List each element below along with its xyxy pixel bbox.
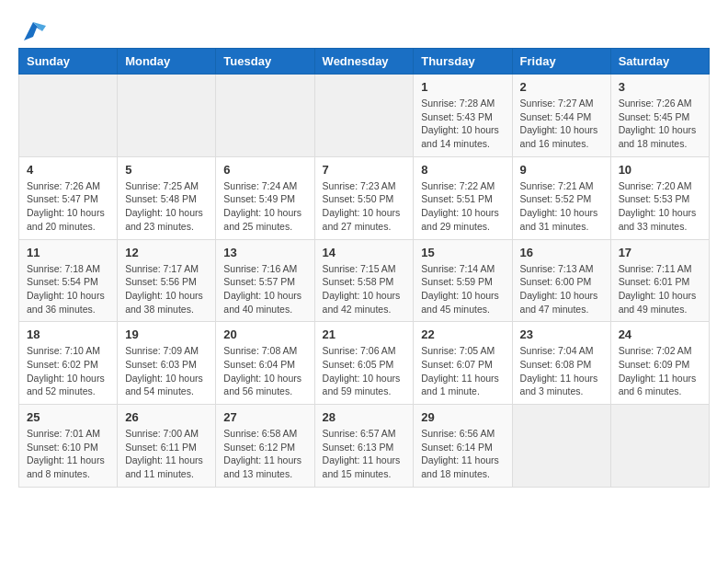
calendar-cell: 28Sunrise: 6:57 AM Sunset: 6:13 PM Dayli… bbox=[314, 405, 414, 488]
calendar-week-row: 4Sunrise: 7:26 AM Sunset: 5:47 PM Daylig… bbox=[19, 156, 710, 239]
calendar-week-row: 25Sunrise: 7:01 AM Sunset: 6:10 PM Dayli… bbox=[19, 405, 710, 488]
day-number: 15 bbox=[421, 246, 504, 259]
calendar-cell: 7Sunrise: 7:23 AM Sunset: 5:50 PM Daylig… bbox=[314, 156, 414, 239]
day-number: 6 bbox=[223, 163, 306, 177]
day-number: 10 bbox=[619, 163, 701, 177]
calendar-cell: 2Sunrise: 7:27 AM Sunset: 5:44 PM Daylig… bbox=[512, 75, 610, 157]
day-info: Sunrise: 7:15 AM Sunset: 5:58 PM Dayligh… bbox=[323, 262, 406, 316]
calendar-cell: 12Sunrise: 7:17 AM Sunset: 5:56 PM Dayli… bbox=[118, 239, 216, 322]
day-info: Sunrise: 7:17 AM Sunset: 5:56 PM Dayligh… bbox=[125, 262, 208, 316]
calendar-cell: 16Sunrise: 7:13 AM Sunset: 6:00 PM Dayli… bbox=[512, 239, 610, 322]
day-number: 22 bbox=[421, 327, 504, 341]
day-number: 5 bbox=[125, 163, 208, 177]
calendar-cell bbox=[19, 75, 118, 157]
weekday-header-saturday: Saturday bbox=[610, 49, 709, 75]
day-number: 4 bbox=[27, 163, 109, 177]
day-info: Sunrise: 6:57 AM Sunset: 6:13 PM Dayligh… bbox=[323, 427, 406, 481]
day-info: Sunrise: 7:06 AM Sunset: 6:05 PM Dayligh… bbox=[323, 344, 406, 398]
day-number: 7 bbox=[323, 163, 406, 177]
weekday-header-friday: Friday bbox=[512, 49, 610, 75]
day-info: Sunrise: 7:18 AM Sunset: 5:54 PM Dayligh… bbox=[27, 262, 109, 316]
day-number: 14 bbox=[323, 246, 406, 259]
calendar-cell: 26Sunrise: 7:00 AM Sunset: 6:11 PM Dayli… bbox=[118, 405, 216, 488]
calendar-cell: 9Sunrise: 7:21 AM Sunset: 5:52 PM Daylig… bbox=[512, 156, 610, 239]
day-number: 19 bbox=[125, 327, 208, 341]
calendar-cell: 5Sunrise: 7:25 AM Sunset: 5:48 PM Daylig… bbox=[118, 156, 216, 239]
day-info: Sunrise: 7:23 AM Sunset: 5:50 PM Dayligh… bbox=[323, 179, 406, 234]
calendar-cell: 4Sunrise: 7:26 AM Sunset: 5:47 PM Daylig… bbox=[19, 156, 118, 239]
calendar-week-row: 11Sunrise: 7:18 AM Sunset: 5:54 PM Dayli… bbox=[19, 239, 710, 322]
day-info: Sunrise: 7:26 AM Sunset: 5:45 PM Dayligh… bbox=[619, 97, 701, 151]
calendar-cell: 3Sunrise: 7:26 AM Sunset: 5:45 PM Daylig… bbox=[610, 75, 709, 157]
day-number: 23 bbox=[520, 327, 603, 341]
calendar-cell: 19Sunrise: 7:09 AM Sunset: 6:03 PM Dayli… bbox=[118, 322, 216, 405]
day-info: Sunrise: 7:11 AM Sunset: 6:01 PM Dayligh… bbox=[619, 262, 701, 316]
weekday-header-row: SundayMondayTuesdayWednesdayThursdayFrid… bbox=[19, 49, 710, 75]
day-number: 11 bbox=[27, 246, 109, 259]
day-number: 2 bbox=[520, 80, 603, 94]
day-info: Sunrise: 7:27 AM Sunset: 5:44 PM Dayligh… bbox=[520, 97, 603, 151]
header bbox=[18, 18, 710, 39]
calendar-cell: 23Sunrise: 7:04 AM Sunset: 6:08 PM Dayli… bbox=[512, 322, 610, 405]
weekday-header-thursday: Thursday bbox=[414, 49, 512, 75]
weekday-header-sunday: Sunday bbox=[19, 49, 118, 75]
day-info: Sunrise: 7:20 AM Sunset: 5:53 PM Dayligh… bbox=[619, 179, 701, 234]
calendar-cell: 13Sunrise: 7:16 AM Sunset: 5:57 PM Dayli… bbox=[216, 239, 314, 322]
calendar-cell: 21Sunrise: 7:06 AM Sunset: 6:05 PM Dayli… bbox=[314, 322, 414, 405]
calendar-cell: 29Sunrise: 6:56 AM Sunset: 6:14 PM Dayli… bbox=[414, 405, 512, 488]
calendar-cell: 22Sunrise: 7:05 AM Sunset: 6:07 PM Dayli… bbox=[414, 322, 512, 405]
calendar-week-row: 1Sunrise: 7:28 AM Sunset: 5:43 PM Daylig… bbox=[19, 75, 710, 157]
weekday-header-monday: Monday bbox=[118, 49, 216, 75]
calendar-cell: 20Sunrise: 7:08 AM Sunset: 6:04 PM Dayli… bbox=[216, 322, 314, 405]
calendar-cell bbox=[314, 75, 414, 157]
day-number: 13 bbox=[223, 246, 306, 259]
day-info: Sunrise: 7:26 AM Sunset: 5:47 PM Dayligh… bbox=[27, 179, 109, 234]
day-info: Sunrise: 7:04 AM Sunset: 6:08 PM Dayligh… bbox=[520, 344, 603, 398]
calendar-cell: 10Sunrise: 7:20 AM Sunset: 5:53 PM Dayli… bbox=[610, 156, 709, 239]
day-number: 20 bbox=[223, 327, 306, 341]
logo bbox=[18, 18, 46, 39]
day-info: Sunrise: 6:56 AM Sunset: 6:14 PM Dayligh… bbox=[421, 427, 504, 481]
day-info: Sunrise: 6:58 AM Sunset: 6:12 PM Dayligh… bbox=[223, 427, 306, 481]
day-info: Sunrise: 7:08 AM Sunset: 6:04 PM Dayligh… bbox=[223, 344, 306, 398]
calendar-table: SundayMondayTuesdayWednesdayThursdayFrid… bbox=[18, 48, 710, 488]
day-number: 29 bbox=[421, 410, 504, 424]
day-number: 12 bbox=[125, 246, 208, 259]
day-number: 27 bbox=[223, 410, 306, 424]
calendar-cell bbox=[118, 75, 216, 157]
day-info: Sunrise: 7:24 AM Sunset: 5:49 PM Dayligh… bbox=[223, 179, 306, 234]
day-number: 25 bbox=[27, 410, 109, 424]
calendar-cell: 18Sunrise: 7:10 AM Sunset: 6:02 PM Dayli… bbox=[19, 322, 118, 405]
day-number: 9 bbox=[520, 163, 603, 177]
day-info: Sunrise: 7:01 AM Sunset: 6:10 PM Dayligh… bbox=[27, 427, 109, 481]
day-info: Sunrise: 7:02 AM Sunset: 6:09 PM Dayligh… bbox=[619, 344, 701, 398]
weekday-header-tuesday: Tuesday bbox=[216, 49, 314, 75]
calendar-cell: 27Sunrise: 6:58 AM Sunset: 6:12 PM Dayli… bbox=[216, 405, 314, 488]
calendar-cell bbox=[512, 405, 610, 488]
weekday-header-wednesday: Wednesday bbox=[314, 49, 414, 75]
day-info: Sunrise: 7:00 AM Sunset: 6:11 PM Dayligh… bbox=[125, 427, 208, 481]
calendar-cell: 11Sunrise: 7:18 AM Sunset: 5:54 PM Dayli… bbox=[19, 239, 118, 322]
calendar-cell: 1Sunrise: 7:28 AM Sunset: 5:43 PM Daylig… bbox=[414, 75, 512, 157]
calendar-cell: 24Sunrise: 7:02 AM Sunset: 6:09 PM Dayli… bbox=[610, 322, 709, 405]
calendar-cell bbox=[216, 75, 314, 157]
day-info: Sunrise: 7:10 AM Sunset: 6:02 PM Dayligh… bbox=[27, 344, 109, 398]
calendar-cell: 15Sunrise: 7:14 AM Sunset: 5:59 PM Dayli… bbox=[414, 239, 512, 322]
logo-icon bbox=[20, 18, 46, 44]
calendar-cell: 6Sunrise: 7:24 AM Sunset: 5:49 PM Daylig… bbox=[216, 156, 314, 239]
day-number: 18 bbox=[27, 327, 109, 341]
day-number: 28 bbox=[323, 410, 406, 424]
day-info: Sunrise: 7:05 AM Sunset: 6:07 PM Dayligh… bbox=[421, 344, 504, 398]
day-info: Sunrise: 7:14 AM Sunset: 5:59 PM Dayligh… bbox=[421, 262, 504, 316]
calendar-cell: 25Sunrise: 7:01 AM Sunset: 6:10 PM Dayli… bbox=[19, 405, 118, 488]
day-info: Sunrise: 7:28 AM Sunset: 5:43 PM Dayligh… bbox=[421, 97, 504, 151]
day-info: Sunrise: 7:16 AM Sunset: 5:57 PM Dayligh… bbox=[223, 262, 306, 316]
day-number: 16 bbox=[520, 246, 603, 259]
calendar-cell bbox=[610, 405, 709, 488]
day-info: Sunrise: 7:21 AM Sunset: 5:52 PM Dayligh… bbox=[520, 179, 603, 234]
day-info: Sunrise: 7:13 AM Sunset: 6:00 PM Dayligh… bbox=[520, 262, 603, 316]
day-number: 24 bbox=[619, 327, 701, 341]
day-number: 8 bbox=[421, 163, 504, 177]
day-number: 17 bbox=[619, 246, 701, 259]
day-number: 3 bbox=[619, 80, 701, 94]
